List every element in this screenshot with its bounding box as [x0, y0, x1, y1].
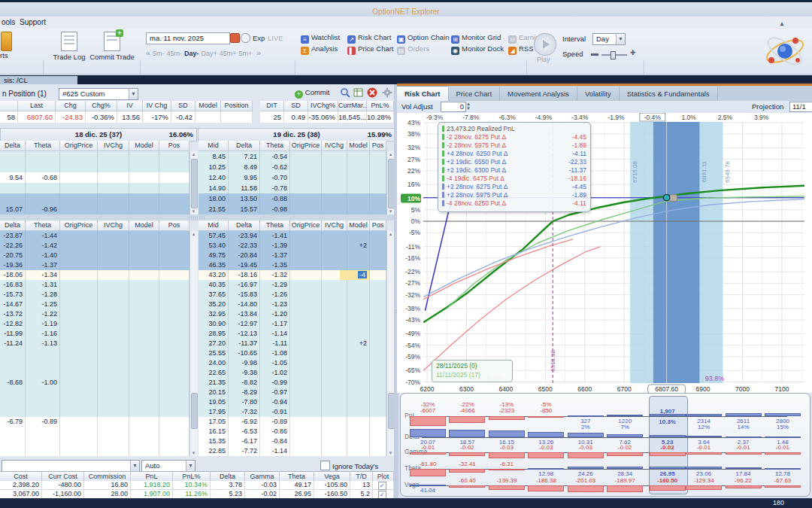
reports-button[interactable]: rts	[0, 51, 8, 59]
tab-movement-analysis[interactable]: Movement Analysis	[500, 87, 577, 101]
interval-select[interactable]: Day ▼	[592, 33, 626, 45]
option-row[interactable]	[0, 397, 189, 407]
time-step-5m-[interactable]: 5m-	[153, 50, 165, 57]
option-row[interactable]: 40.35-16.97-1.29	[198, 280, 386, 290]
option-row[interactable]: 12.409.95-0.70	[198, 172, 386, 183]
commit-trade-button[interactable]: + Commit Trade	[89, 32, 135, 61]
option-row[interactable]	[0, 368, 189, 378]
option-row[interactable]: 15.35-6.17-0.84	[198, 437, 386, 446]
option-row[interactable]: 53.40-22.33-1.39+2	[198, 241, 386, 251]
menu-support[interactable]: Support	[20, 18, 46, 26]
option-row[interactable]	[0, 348, 189, 358]
exp-label[interactable]: Exp	[253, 34, 265, 42]
window-toggle-price-chart[interactable]: ▌Price Chart	[347, 44, 394, 56]
chevron-down-icon[interactable]: ▼	[129, 89, 138, 99]
option-row[interactable]: -12.82-1.19	[0, 319, 189, 329]
option-row[interactable]: -20.75-1.40	[0, 251, 189, 260]
option-row[interactable]: 22.65-9.38-1.02	[198, 368, 386, 378]
option-row[interactable]: 14.9011.58-0.78	[198, 183, 386, 193]
gear-icon[interactable]	[382, 87, 392, 98]
option-row[interactable]	[0, 151, 189, 162]
clock-icon[interactable]	[241, 33, 250, 43]
vol-adjust-spinner[interactable]: 0	[441, 102, 466, 112]
option-row[interactable]: 20.15-8.29-0.97	[198, 388, 386, 397]
scrollbar[interactable]: ▲▼	[189, 151, 198, 214]
reports-icon[interactable]	[1, 32, 12, 51]
time-step-Day-[interactable]: Day-	[184, 50, 199, 57]
time-step-5m+[interactable]: 5m+	[238, 50, 252, 57]
tab-risk-chart[interactable]: Risk Chart	[397, 86, 449, 101]
window-toggle-analysis[interactable]: ΣAnalysis	[301, 44, 340, 56]
option-row[interactable]: -6.79-0.89	[0, 417, 189, 427]
option-row[interactable]: -15.73-1.28	[0, 290, 189, 300]
trading-date-input[interactable]: ma. 11 nov. 2025	[146, 32, 230, 44]
option-row[interactable]: 46.35-19.45-1.35	[198, 260, 386, 270]
option-row[interactable]: -11.24-1.13	[0, 339, 189, 348]
projection-input[interactable]: 11/1	[789, 102, 812, 112]
option-row[interactable]: 32.95-13.84-1.20	[198, 309, 386, 319]
speed-plus-icon[interactable]: ✚	[630, 50, 635, 56]
analysis-document-tab[interactable]: sis: /CL	[0, 76, 77, 84]
scrollbar[interactable]: ▲▼	[189, 231, 198, 456]
expiration-header-19dec[interactable]: 19 dic. 25 (38) 15.99%	[198, 128, 395, 141]
option-row[interactable]: 35.20-14.80-1.23	[198, 300, 386, 309]
window-toggle-monitor-dock[interactable]: ◉Monitor Dock	[451, 44, 504, 56]
option-row[interactable]: -13.72-1.22	[0, 309, 189, 319]
search-icon[interactable]	[340, 87, 350, 98]
step-forward-icon[interactable]: »	[256, 48, 261, 57]
scroll-up-icon[interactable]: ▲	[387, 231, 394, 237]
option-row[interactable]: 27.20-11.37-1.11+2	[198, 339, 386, 348]
option-row[interactable]: 9.54-0.68	[0, 172, 189, 183]
speed-slider-handle[interactable]	[611, 51, 616, 59]
chevron-down-icon[interactable]: ▼	[130, 461, 139, 471]
play-button[interactable]	[534, 33, 556, 56]
tab-statistics-fundamentals[interactable]: Statistics & Fundamentals	[620, 87, 718, 101]
option-row[interactable]: 21.5515.57-0.98	[198, 204, 386, 214]
option-row[interactable]: -19.36-1.37	[0, 260, 189, 270]
trade-log-button[interactable]: Trade Log	[50, 32, 89, 61]
ignore-trades-checkbox[interactable]	[320, 461, 330, 470]
scroll-down-icon[interactable]: ▼	[387, 450, 394, 456]
option-row[interactable]: 8.457.21-0.54	[198, 151, 386, 162]
expiration-header-18dec[interactable]: 18 dic. 25 (37) 16.06%	[0, 128, 197, 141]
option-row[interactable]	[0, 427, 189, 437]
option-row[interactable]: 10.258.49-0.62	[198, 162, 386, 172]
option-row[interactable]: -8.68-1.00	[0, 378, 189, 388]
time-step-45m+[interactable]: 45m+	[220, 50, 237, 57]
option-row[interactable]: 37.65-15.83-1.26	[198, 290, 386, 300]
option-row[interactable]	[0, 193, 189, 204]
window-toggle-risk-chart[interactable]: ↗Risk Chart	[347, 33, 394, 44]
option-row[interactable]	[0, 446, 189, 456]
scroll-down-icon[interactable]: ▼	[190, 450, 197, 456]
option-row[interactable]: 43.20-18.16-1.32-4	[198, 270, 386, 280]
scroll-up-icon[interactable]: ▲	[190, 151, 197, 157]
option-row[interactable]: 30.90-12.97-1.17	[198, 319, 386, 329]
option-row[interactable]: 18.0013.50-0.88	[198, 193, 386, 204]
filter-dropdown-auto[interactable]: Auto ▼	[141, 460, 195, 472]
scroll-thumb[interactable]	[191, 393, 198, 429]
option-row[interactable]: 25.55-10.65-1.08	[198, 348, 386, 358]
scroll-up-icon[interactable]: ▲	[387, 151, 394, 157]
option-row[interactable]: -11.99-1.16	[0, 329, 189, 339]
scroll-thumb[interactable]	[191, 159, 198, 208]
selected-model-value[interactable]: -4	[358, 271, 367, 278]
option-row[interactable]: 28.95-12.13-1.14	[198, 329, 386, 339]
strategy-selector[interactable]: #625 Custom ▼	[59, 88, 138, 100]
scroll-down-icon[interactable]: ▼	[387, 208, 394, 214]
window-toggle-option-chain[interactable]: ▣Option Chain	[397, 33, 449, 44]
option-row[interactable]: 21.35-8.82-0.99	[198, 378, 386, 388]
live-toggle[interactable]: LIVE	[268, 34, 283, 42]
window-toggle-watchlist[interactable]: ≡Watchlist	[301, 33, 340, 44]
option-row[interactable]	[0, 437, 189, 446]
plot-checkbox[interactable]: ✓	[378, 482, 386, 490]
horizontal-splitter[interactable]: ∷∷∷∷	[0, 214, 394, 221]
export-table-icon[interactable]	[353, 87, 364, 98]
option-row[interactable]: 49.75-20.84-1.37	[198, 251, 386, 260]
option-row[interactable]	[0, 162, 189, 172]
time-step-Day+[interactable]: Day+	[201, 50, 217, 57]
option-row[interactable]: 24.00-9.98-1.05	[198, 358, 386, 368]
option-row[interactable]: -14.67-1.25	[0, 300, 189, 309]
option-row[interactable]: 57.45-23.94-1.41	[198, 231, 386, 241]
window-toggle-monitor-grid[interactable]: ⊞Monitor Grid	[451, 33, 504, 44]
filter-dropdown-1[interactable]: ▼	[2, 460, 140, 472]
